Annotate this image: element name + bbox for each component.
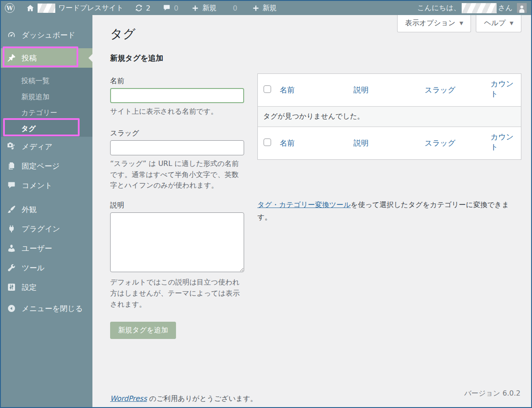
screen-options-label: 表示オプション xyxy=(405,19,455,28)
redacted-site-prefix xyxy=(38,4,55,13)
submenu-label: タグ xyxy=(21,124,36,134)
help-label: ヘルプ xyxy=(484,19,505,28)
sidebar-item-plugins[interactable]: プラグイン xyxy=(1,219,92,239)
chevron-down-icon: ▼ xyxy=(510,20,513,26)
avatar xyxy=(517,3,527,13)
select-all-checkbox[interactable] xyxy=(264,85,271,93)
sort-count-column[interactable]: カウント xyxy=(490,79,513,98)
description-textarea[interactable] xyxy=(110,212,244,272)
sidebar-item-users[interactable]: ユーザー xyxy=(1,239,92,258)
sidebar-item-pages[interactable]: 固定ページ xyxy=(1,156,92,176)
media-icon xyxy=(7,142,16,151)
submenu-item-tags[interactable]: タグ xyxy=(1,121,92,137)
sort-slug-column[interactable]: スラッグ xyxy=(425,139,455,147)
new-item-label: 新規 xyxy=(263,4,277,13)
convert-tool-note: タグ・カテゴリー変換ツールを使って選択したタグをカテゴリーに変換できます。 xyxy=(257,199,516,223)
sort-slug-column[interactable]: スラッグ xyxy=(425,85,455,94)
pushpin-icon xyxy=(7,54,16,62)
sidebar-item-label: コメント xyxy=(22,181,53,191)
main-content: 表示オプション ▼ ヘルプ ▼ タグ 新規タグを追加 名前 サイト上に表示される… xyxy=(92,15,531,407)
sidebar-item-label: 固定ページ xyxy=(22,161,60,171)
account-menu[interactable]: こんにちは、 さん xyxy=(417,1,531,15)
tags-table: 名前 説明 スラッグ カウント タグが見つかりませんでした。 xyxy=(257,73,521,160)
sidebar-item-appearance[interactable]: 外観 xyxy=(1,200,92,219)
plus-icon xyxy=(252,4,260,12)
sort-count-column[interactable]: カウント xyxy=(490,132,513,151)
collapse-arrow-icon xyxy=(7,304,16,313)
submenu-label: カテゴリー xyxy=(21,108,57,118)
submenu-item-all-posts[interactable]: 投稿一覧 xyxy=(1,73,92,89)
name-label: 名前 xyxy=(110,77,244,86)
tags-list-section: 名前 説明 スラッグ カウント タグが見つかりませんでした。 xyxy=(257,73,521,339)
description-help: デフォルトではこの説明は目立つ使われ方はしませんが、テーマによっては表示されます… xyxy=(110,277,244,310)
add-tag-form: 新規タグを追加 名前 サイト上に表示される名前です。 スラッグ “スラッグ” は… xyxy=(110,53,244,339)
comment-bubble-icon xyxy=(7,181,16,190)
description-label: 説明 xyxy=(110,201,244,210)
tag-category-converter-link[interactable]: タグ・カテゴリー変換ツール xyxy=(257,200,351,209)
admin-bar: W ワードプレスサイト 2 0 新規 0 新規 こんにちは、 さん xyxy=(1,1,531,15)
empty-message: タグが見つかりませんでした。 xyxy=(258,107,521,127)
sort-name-column[interactable]: 名前 xyxy=(280,85,295,94)
slug-label: スラッグ xyxy=(110,129,244,138)
wrench-icon xyxy=(7,263,16,272)
slug-help: “スラッグ” は URL に適した形式の名前です。通常はすべて半角小文字で、英数… xyxy=(110,158,244,191)
update-count: 2 xyxy=(146,4,150,12)
slug-input[interactable] xyxy=(110,140,244,155)
table-row: タグが見つかりませんでした。 xyxy=(258,107,521,127)
sidebar-item-label: ダッシュボード xyxy=(22,30,75,40)
comment-bubble-icon xyxy=(163,4,171,12)
greeting-prefix: こんにちは、 xyxy=(417,4,460,13)
new-post-label: 新規 xyxy=(202,4,216,13)
footer-version: バージョン 6.0.2 xyxy=(464,389,521,398)
sidebar-item-posts[interactable]: 投稿 xyxy=(1,48,92,68)
site-name: ワードプレスサイト xyxy=(58,4,123,13)
sidebar-item-label: メニューを閉じる xyxy=(22,304,83,314)
sort-name-column[interactable]: 名前 xyxy=(280,139,295,147)
sidebar-item-dashboard[interactable]: ダッシュボード xyxy=(1,25,92,45)
dashboard-icon xyxy=(7,31,16,39)
sidebar-item-label: ツール xyxy=(22,263,45,273)
submenu-item-categories[interactable]: カテゴリー xyxy=(1,105,92,121)
sidebar-item-settings[interactable]: 設定 xyxy=(1,277,92,297)
submenu-item-add-new[interactable]: 新規追加 xyxy=(1,89,92,105)
updates-indicator[interactable]: 2 xyxy=(131,1,154,15)
plus-icon xyxy=(191,4,199,12)
wp-logo-menu[interactable]: W xyxy=(1,1,19,15)
sidebar-item-tools[interactable]: ツール xyxy=(1,258,92,277)
add-new-tag-button[interactable]: 新規タグを追加 xyxy=(110,322,176,339)
sidebar-item-comments[interactable]: コメント xyxy=(1,176,92,195)
sidebar-item-label: 投稿 xyxy=(22,53,37,63)
submenu-label: 投稿一覧 xyxy=(21,77,50,86)
wordpress-link[interactable]: WordPress xyxy=(110,394,147,403)
user-icon xyxy=(7,244,16,253)
table-header-row: 名前 説明 スラッグ カウント xyxy=(258,74,521,107)
sort-description-column[interactable]: 説明 xyxy=(353,139,368,147)
comments-indicator[interactable]: 0 xyxy=(159,1,182,15)
thanks-text: のご利用ありがとうございます。 xyxy=(147,394,257,403)
footer-thanks: WordPress のご利用ありがとうございます。 xyxy=(110,394,257,404)
add-new-tag-heading: 新規タグを追加 xyxy=(110,53,244,63)
person-icon xyxy=(517,4,526,13)
name-input[interactable] xyxy=(110,88,244,103)
current-menu-arrow xyxy=(88,54,92,62)
sort-description-column[interactable]: 説明 xyxy=(353,85,368,94)
new-post-button[interactable]: 新規 xyxy=(188,1,220,15)
sliders-icon xyxy=(7,283,16,292)
name-help: サイト上に表示される名前です。 xyxy=(110,106,244,117)
sidebar-item-collapse-menu[interactable]: メニューを閉じる xyxy=(1,299,92,318)
help-button[interactable]: ヘルプ ▼ xyxy=(476,15,521,32)
screen-options-button[interactable]: 表示オプション ▼ xyxy=(397,15,471,32)
submenu-label: 新規追加 xyxy=(21,92,50,102)
chevron-down-icon: ▼ xyxy=(459,20,463,26)
new-item-button[interactable]: 新規 xyxy=(248,1,281,15)
sidebar-item-media[interactable]: メディア xyxy=(1,137,92,156)
select-all-checkbox[interactable] xyxy=(264,139,271,146)
pages-icon xyxy=(7,162,16,170)
site-menu[interactable]: ワードプレスサイト xyxy=(22,1,127,15)
wordpress-admin-window: W ワードプレスサイト 2 0 新規 0 新規 こんにちは、 さん xyxy=(0,0,532,408)
plug-icon xyxy=(7,224,16,233)
admin-sidebar: ダッシュボード 投稿 投稿一覧 新規追加 カテゴリー タグ メディア 固定ページ… xyxy=(1,15,92,407)
sidebar-item-label: プラグイン xyxy=(22,224,60,234)
redacted-username xyxy=(462,3,497,13)
screen-meta: 表示オプション ▼ ヘルプ ▼ xyxy=(397,15,521,32)
